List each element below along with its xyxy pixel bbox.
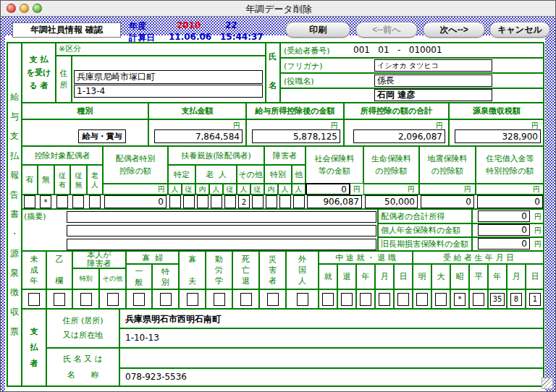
kubun-label: ※区分 — [56, 43, 266, 56]
dependent-count-2[interactable] — [197, 195, 208, 208]
spouse-juari-checkbox[interactable] — [56, 195, 68, 208]
dependent-count-9[interactable] — [293, 195, 305, 208]
birth-month-cell: 8 — [507, 289, 526, 309]
dependent-count-0[interactable] — [169, 195, 181, 208]
old-damage-label: 旧長期損害保険料の金額 — [381, 239, 468, 250]
notes-field-1[interactable] — [67, 211, 376, 223]
birth-day-box[interactable]: 1 — [529, 293, 541, 306]
life-insurance-amount-field[interactable]: 50,000 — [365, 195, 418, 208]
payee-address2-field[interactable]: 1-13-4 — [74, 85, 263, 98]
unit-col-2: 内 — [195, 184, 209, 195]
dependent-count-8[interactable] — [279, 195, 291, 208]
birth-showa-header: 昭 — [450, 264, 469, 289]
calc-time-value: 15:44:37 — [220, 32, 264, 42]
dependent-count-7[interactable] — [266, 195, 277, 208]
prev-button[interactable]: <--前へ — [355, 22, 418, 38]
resize-handle[interactable] — [542, 378, 553, 389]
payer-address2-value[interactable]: 1-10-13 — [125, 333, 159, 343]
birth-meiji-box[interactable] — [416, 293, 428, 306]
midcareer-year-box[interactable] — [360, 293, 371, 306]
print-button[interactable]: 印刷 — [285, 22, 350, 38]
dependents-sonota-header: その他 — [237, 165, 264, 184]
minor-header: 未 成 年 — [22, 251, 46, 289]
notes-field-3[interactable] — [67, 239, 376, 250]
window-title: 年調データ削除 — [1, 3, 556, 16]
yen-unit: 円 — [408, 184, 415, 195]
after-deduction-field[interactable]: 5,878,125 — [252, 129, 340, 143]
yen-unit: 円 — [533, 184, 540, 195]
birth-showa-box[interactable]: * — [454, 293, 466, 306]
year-label: 年度 — [129, 20, 146, 33]
post-field[interactable]: 係長 — [374, 74, 492, 87]
dependent-count-1[interactable] — [183, 195, 195, 208]
spouse-group-header: 控除対象配偶者 — [22, 146, 103, 165]
birth-showa-cell: * — [450, 289, 469, 309]
self-disabled-tokubetsu-header: 特別 — [72, 268, 99, 289]
birth-month-box[interactable]: 8 — [510, 293, 522, 306]
social-insurance-extra-field[interactable]: 0 — [306, 183, 350, 195]
midcareer-day-box[interactable] — [397, 293, 409, 306]
dependent-count-5[interactable]: 2 — [238, 195, 250, 208]
old-damage-field[interactable]: 0 — [478, 238, 530, 250]
next-button[interactable]: 次へ--> — [423, 22, 485, 38]
pay-type-field[interactable]: 給与・賞与 — [78, 129, 126, 143]
payer-name2-value[interactable]: 078-923-5536 — [125, 372, 187, 382]
death-retirement-checkbox[interactable] — [240, 293, 252, 306]
spouse-special-amount-field[interactable]: 0 — [104, 195, 167, 208]
notes-field-2[interactable] — [67, 225, 376, 237]
disability-tokubetsu-header: 特別 — [264, 165, 292, 184]
widower-checkbox[interactable] — [187, 293, 198, 306]
widow-tokubetsu-checkbox[interactable] — [160, 293, 172, 306]
spouse-ari-checkbox[interactable] — [24, 195, 35, 208]
spouse-special-header: 配偶者特別 控除の額 — [103, 146, 168, 184]
self-disabled-tokubetsu-checkbox[interactable] — [80, 293, 92, 306]
total-deduction-field[interactable]: 2,096,087 — [353, 129, 445, 143]
widow-tokubetsu-header: 特 別 — [152, 264, 179, 289]
payment-amount-field[interactable]: 7,864,584 — [154, 129, 243, 143]
birth-year-box[interactable]: 35 — [490, 293, 505, 306]
spouse-junashi-checkbox[interactable] — [72, 195, 84, 208]
widow-ippan-header: 一 般 — [126, 264, 152, 289]
payee-address-label: 住 所 — [56, 56, 72, 103]
midcareer-tai-box[interactable] — [341, 293, 353, 306]
dependent-count-4[interactable] — [224, 195, 236, 208]
quake-insurance-header: 地震保険料 の控除額 — [419, 146, 476, 184]
housing-loan-amount-field[interactable]: 0 — [477, 195, 543, 208]
social-insurance-amount-field[interactable]: 906,087 — [307, 195, 362, 208]
minor-checkbox[interactable] — [28, 293, 40, 306]
otsu-checkbox[interactable] — [54, 293, 65, 306]
birth-taisho-cell — [431, 289, 450, 309]
spouse-income-field[interactable]: 0 — [478, 210, 530, 222]
birth-heisei-box[interactable] — [473, 293, 484, 306]
spouse-ari-header: 有 — [22, 165, 38, 195]
name-kanji-mei: 名 — [269, 80, 277, 91]
unit-col-3: 人 — [209, 184, 223, 195]
self-disabled-sonota-checkbox[interactable] — [107, 293, 119, 306]
payee-address1-field[interactable]: 兵庫県尼崎市塚口町 — [74, 70, 263, 84]
spouse-rojin-checkbox[interactable] — [89, 195, 101, 208]
dependent-count-3[interactable] — [211, 195, 222, 208]
disaster-victim-checkbox[interactable] — [267, 293, 279, 306]
pension-field[interactable]: 0 — [478, 224, 530, 236]
midcareer-month-box[interactable] — [379, 293, 390, 306]
col-type-header: 種別 — [22, 103, 148, 119]
dependent-count-6[interactable] — [252, 195, 264, 208]
widow-ippan-checkbox[interactable] — [133, 293, 145, 306]
app-window: 年調データ削除 年調社員情報 確認 年度 2010 22 計算日 11.06.0… — [0, 0, 556, 392]
minor-cell — [22, 289, 46, 309]
payee-name-field[interactable]: 石岡 達彦 — [374, 89, 492, 101]
quake-insurance-amount-field[interactable]: 0 — [421, 195, 474, 208]
furigana-field[interactable]: イシオカ タツヒコ — [374, 59, 492, 72]
midcareer-shu-box[interactable] — [322, 293, 334, 306]
spouse-nashi-checkbox[interactable]: * — [40, 195, 51, 208]
midcareer-year-cell — [356, 289, 375, 309]
payer-address1-value[interactable]: 兵庫県明石市西明石南町 — [125, 313, 221, 325]
withholding-field[interactable]: 328,900 — [455, 129, 541, 143]
working-student-checkbox[interactable] — [214, 293, 225, 306]
otsu-header: 乙 欄 — [46, 251, 72, 289]
disaster-victim-header: 災 害 者 — [259, 251, 286, 289]
birth-taisho-box[interactable] — [435, 293, 447, 306]
cancel-button[interactable]: キャンセル — [489, 22, 550, 38]
foreigner-checkbox[interactable] — [297, 293, 308, 306]
unit-col-8: 人 — [278, 184, 292, 195]
